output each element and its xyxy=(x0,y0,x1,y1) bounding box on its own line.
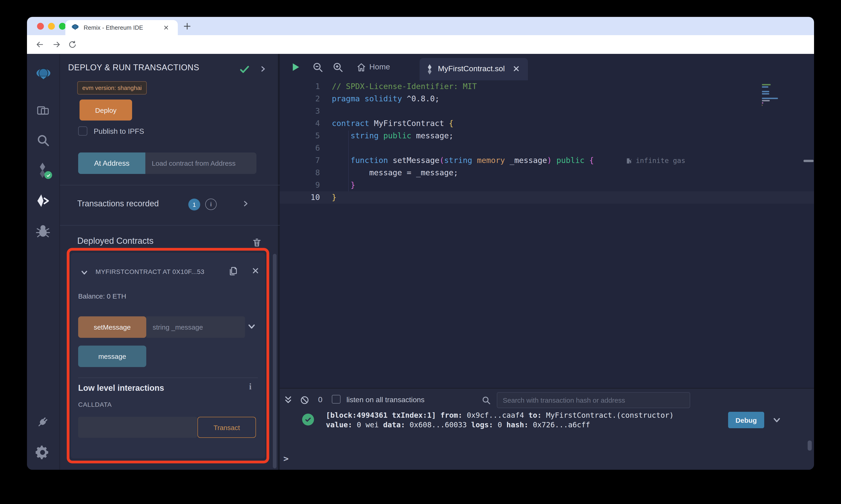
transact-button[interactable]: Transact xyxy=(198,417,256,438)
browser-tabstrip: Remix - Ethereum IDE xyxy=(27,17,814,35)
calldata-label: CALLDATA xyxy=(78,401,112,408)
card-divider xyxy=(78,378,258,378)
transactions-recorded-label: Transactions recorded xyxy=(77,199,159,209)
file-explorer-icon[interactable] xyxy=(36,103,51,119)
tab-close-icon[interactable] xyxy=(163,25,169,31)
terminal-search-input[interactable] xyxy=(497,392,690,408)
zoom-in-icon[interactable] xyxy=(333,62,343,73)
contract-title[interactable]: MYFIRSTCONTRACT AT 0X10F...53 xyxy=(96,268,215,275)
deployed-contract-card: MYFIRSTCONTRACT AT 0X10F...53 Balance: 0… xyxy=(71,253,265,458)
deployed-contracts-label: Deployed Contracts xyxy=(77,236,154,246)
tx-log-line-2[interactable]: value: 0 wei data: 0x608...60033 logs: 0… xyxy=(326,420,590,430)
plugin-manager-icon[interactable] xyxy=(36,415,51,430)
panel-scrollbar[interactable] xyxy=(273,254,276,468)
tab-title: Remix - Ethereum IDE xyxy=(84,24,143,31)
remix-logo-icon[interactable] xyxy=(36,67,51,83)
clear-console-icon[interactable] xyxy=(300,395,309,405)
terminal-scrollbar-thumb[interactable] xyxy=(808,440,812,451)
debugger-icon[interactable] xyxy=(36,223,51,239)
panel-expand-chevron-icon[interactable] xyxy=(259,65,267,73)
traffic-close-button[interactable] xyxy=(37,23,44,30)
listen-all-checkbox[interactable] xyxy=(332,395,341,403)
traffic-zoom-button[interactable] xyxy=(59,23,66,30)
solidity-file-icon xyxy=(426,64,433,75)
zoom-out-icon[interactable] xyxy=(313,62,323,73)
clear-contracts-trash-icon[interactable] xyxy=(252,237,262,248)
code-lines: // SPDX-License-Identifier: MITpragma so… xyxy=(332,80,594,204)
home-tab-icon[interactable] xyxy=(357,62,366,72)
terminal: 0 listen on all transactions [block:4994… xyxy=(280,388,814,470)
close-file-tab-icon[interactable] xyxy=(513,65,520,72)
deploy-button[interactable]: Deploy xyxy=(80,100,132,121)
remix-favicon xyxy=(71,24,79,32)
editor-column: Home MyFirstContract.sol 123456789 xyxy=(280,54,814,470)
debug-button[interactable]: Debug xyxy=(728,412,764,428)
screen: Remix - Ethereum IDE xyxy=(0,0,841,504)
remix-icon-panel xyxy=(27,54,60,470)
settings-gear-icon[interactable] xyxy=(36,445,51,461)
editor-tabbar: Home MyFirstContract.sol xyxy=(280,54,814,80)
panel-divider xyxy=(60,185,280,185)
search-plugin-icon[interactable] xyxy=(36,133,51,149)
panel-divider-2 xyxy=(60,225,280,226)
file-tab-label: MyFirstContract.sol xyxy=(438,65,505,73)
run-script-play-icon[interactable] xyxy=(291,61,301,73)
gas-pump-icon xyxy=(626,157,633,164)
new-tab-button[interactable] xyxy=(182,21,192,31)
message-getter-button[interactable]: message xyxy=(78,346,146,367)
publish-ipfs-label: Publish to IPFS xyxy=(94,127,144,136)
calldata-input[interactable] xyxy=(78,417,197,438)
deploy-run-panel: DEPLOY & RUN TRANSACTIONS evm version: s… xyxy=(60,54,280,470)
transactions-chevron-icon[interactable] xyxy=(242,200,249,207)
at-address-button[interactable]: At Address xyxy=(78,152,145,174)
compile-success-check-icon xyxy=(239,64,250,75)
tx-log-line-1[interactable]: [block:4994361 txIndex:1] from: 0x9cf...… xyxy=(326,410,678,420)
active-file-tab[interactable]: MyFirstContract.sol xyxy=(419,58,528,80)
low-level-info-icon[interactable]: i xyxy=(249,382,252,392)
transactions-info-icon[interactable]: i xyxy=(205,199,217,210)
terminal-prompt[interactable]: > xyxy=(284,453,289,463)
low-level-title: Low level interactions xyxy=(78,383,164,393)
gas-estimate-note: infinite gas xyxy=(626,157,685,165)
listen-all-label: listen on all transactions xyxy=(346,396,425,404)
reload-icon[interactable] xyxy=(68,40,77,49)
tx-success-check-icon xyxy=(302,414,314,426)
solidity-compiler-icon[interactable] xyxy=(36,162,51,177)
terminal-collapse-icon[interactable] xyxy=(284,395,293,405)
evm-version-badge: evm version: shanghai xyxy=(77,81,147,94)
compiled-check-icon xyxy=(44,171,52,179)
line-numbers: 12345678910 xyxy=(280,80,320,204)
copy-address-icon[interactable] xyxy=(228,266,239,276)
annotation-highlight-box: MYFIRSTCONTRACT AT 0X10F...53 Balance: 0… xyxy=(67,248,269,463)
home-tab-label[interactable]: Home xyxy=(369,62,390,72)
transactions-count-badge: 1 xyxy=(188,199,200,211)
remix-app: DEPLOY & RUN TRANSACTIONS evm version: s… xyxy=(27,54,814,470)
terminal-search-icon xyxy=(482,396,491,405)
set-message-input[interactable] xyxy=(146,317,245,338)
deploy-run-icon[interactable] xyxy=(36,193,51,209)
contract-balance: Balance: 0 ETH xyxy=(78,292,126,300)
contract-collapse-chevron-icon[interactable] xyxy=(81,268,88,276)
back-icon[interactable] xyxy=(36,40,44,49)
forward-icon[interactable] xyxy=(52,40,61,49)
browser-tab[interactable]: Remix - Ethereum IDE xyxy=(65,20,178,35)
pending-tx-count: 0 xyxy=(318,395,323,404)
browser-toolbar: remix.ethereum.org/#lang=en&optimize=fal… xyxy=(27,35,814,54)
set-message-button[interactable]: setMessage xyxy=(78,317,146,338)
editor-scrollbar-thumb[interactable] xyxy=(804,160,813,162)
traffic-minimize-button[interactable] xyxy=(48,23,55,30)
expand-args-chevron-icon[interactable] xyxy=(247,322,256,330)
code-editor[interactable]: 12345678910 // SPDX-License-Identifier: … xyxy=(280,80,814,388)
log-expand-chevron-icon[interactable] xyxy=(772,415,781,424)
panel-title: DEPLOY & RUN TRANSACTIONS xyxy=(68,63,199,73)
at-address-input[interactable] xyxy=(145,152,256,174)
publish-ipfs-checkbox[interactable] xyxy=(78,126,87,136)
browser-window: Remix - Ethereum IDE xyxy=(27,17,814,470)
remove-contract-icon[interactable] xyxy=(252,267,259,274)
